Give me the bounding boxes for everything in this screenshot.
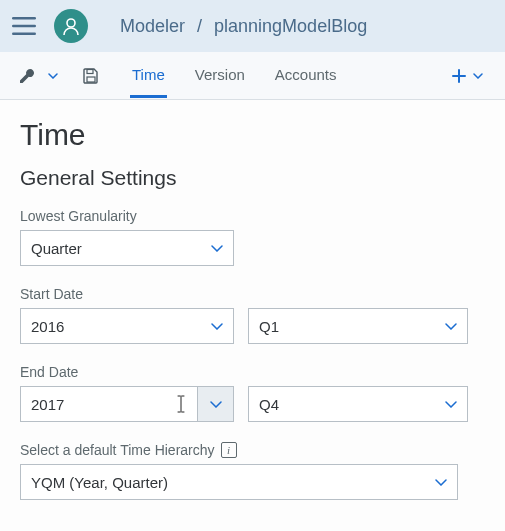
tabs: Time Version Accounts xyxy=(130,53,339,98)
end-year-select[interactable]: 2017 xyxy=(20,386,234,422)
end-year-value: 2017 xyxy=(31,396,64,413)
label-end-date: End Date xyxy=(20,364,485,380)
label-start-date: Start Date xyxy=(20,286,485,302)
info-icon[interactable]: i xyxy=(221,442,237,458)
start-quarter-value: Q1 xyxy=(259,318,279,335)
svg-rect-5 xyxy=(87,77,95,82)
breadcrumb: Modeler / planningModelBlog xyxy=(120,16,367,37)
granularity-select[interactable]: Quarter xyxy=(20,230,234,266)
start-year-value: 2016 xyxy=(31,318,64,335)
chevron-down-icon xyxy=(473,73,483,79)
chevron-down-icon xyxy=(211,323,223,330)
plus-icon xyxy=(451,68,467,84)
svg-rect-2 xyxy=(12,32,36,35)
chevron-down-icon xyxy=(211,245,223,252)
default-hierarchy-text: Select a default Time Hierarchy xyxy=(20,442,215,458)
chevron-down-icon xyxy=(435,479,447,486)
chevron-down-icon xyxy=(445,323,457,330)
label-lowest-granularity: Lowest Granularity xyxy=(20,208,485,224)
svg-rect-0 xyxy=(12,17,36,20)
chevron-down-icon xyxy=(197,387,233,421)
end-quarter-value: Q4 xyxy=(259,396,279,413)
chevron-down-icon[interactable] xyxy=(48,73,58,79)
breadcrumb-separator: / xyxy=(197,16,202,37)
top-bar: Modeler / planningModelBlog xyxy=(0,0,505,52)
start-year-select[interactable]: 2016 xyxy=(20,308,234,344)
svg-point-3 xyxy=(67,19,75,27)
svg-rect-1 xyxy=(12,25,36,28)
avatar[interactable] xyxy=(54,9,88,43)
tab-accounts[interactable]: Accounts xyxy=(273,53,339,98)
content-area: Time General Settings Lowest Granularity… xyxy=(0,100,505,500)
add-button[interactable] xyxy=(451,68,483,84)
page-title: Time xyxy=(20,118,485,152)
start-quarter-select[interactable]: Q1 xyxy=(248,308,468,344)
section-title: General Settings xyxy=(20,166,485,190)
hierarchy-value: YQM (Year, Quarter) xyxy=(31,474,168,491)
save-icon[interactable] xyxy=(82,67,100,85)
label-default-hierarchy: Select a default Time Hierarchy i xyxy=(20,442,485,458)
breadcrumb-item-model[interactable]: planningModelBlog xyxy=(214,16,367,37)
end-quarter-select[interactable]: Q4 xyxy=(248,386,468,422)
text-cursor-icon xyxy=(176,395,186,413)
tab-time[interactable]: Time xyxy=(130,53,167,98)
svg-rect-4 xyxy=(87,69,93,73)
hierarchy-select[interactable]: YQM (Year, Quarter) xyxy=(20,464,458,500)
tool-bar: Time Version Accounts xyxy=(0,52,505,100)
menu-icon[interactable] xyxy=(12,16,38,36)
breadcrumb-item-modeler[interactable]: Modeler xyxy=(120,16,185,37)
granularity-value: Quarter xyxy=(31,240,82,257)
chevron-down-icon xyxy=(445,401,457,408)
wrench-icon[interactable] xyxy=(18,67,36,85)
tab-version[interactable]: Version xyxy=(193,53,247,98)
